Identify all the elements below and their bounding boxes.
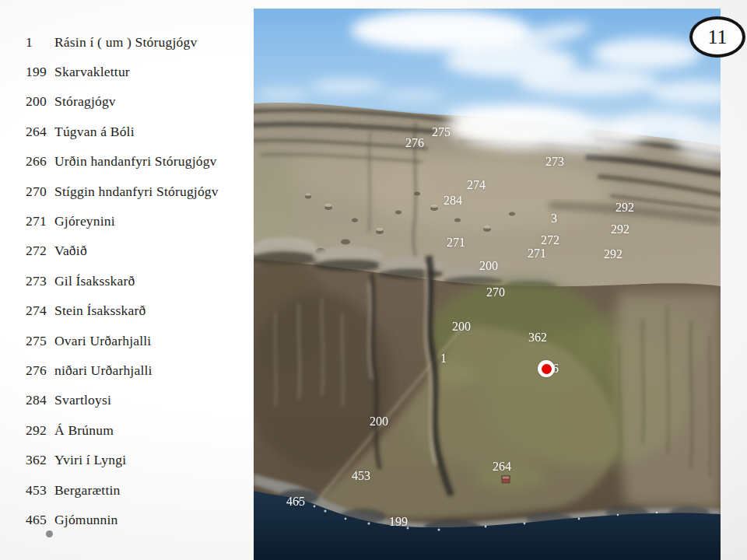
legend-item: 1Rásin í ( um ) Stórugjógv <box>26 27 219 57</box>
legend-item-number: 271 <box>26 213 54 229</box>
legend-item-number: 362 <box>26 452 54 468</box>
photo-label: 362 <box>528 331 547 344</box>
photo-label: 276 <box>405 137 424 149</box>
legend-item-name: niðari Urðarhjalli <box>54 362 153 379</box>
photo-label: 200 <box>370 415 388 428</box>
photo-label: 271 <box>528 247 546 260</box>
slide-number: 11 <box>707 26 727 49</box>
legend-item-number: 266 <box>26 153 54 170</box>
slide: 1Rásin í ( um ) Stórugjógv 199Skarvaklet… <box>0 0 747 560</box>
legend-item: 272Vaðið <box>26 236 219 266</box>
legend-item-name: Bergarættin <box>54 482 121 499</box>
landscape-photo: 275 276 273 274 284 292 3 292 272 271 27… <box>254 9 721 560</box>
photo-label: 292 <box>604 248 622 261</box>
legend-item-number: 200 <box>26 93 54 110</box>
legend-item-name: Túgvan á Bóli <box>54 124 135 140</box>
slide-number-badge: 11 <box>689 16 745 58</box>
photo-label: 273 <box>545 156 564 168</box>
legend-item-name: Stein Ísaksskarð <box>54 303 146 319</box>
photo-label: 264 <box>493 460 511 473</box>
legend-item: 292Á Brúnum <box>26 415 219 445</box>
legend-item: 199Skarvaklettur <box>26 57 219 86</box>
legend-item-number: 274 <box>26 303 54 319</box>
legend-item-name: Gjóreynini <box>54 213 115 229</box>
hut <box>502 476 510 483</box>
legend-item-name: Stíggin hndanfyri Stórugjógv <box>54 184 219 200</box>
legend-item: 284Svartloysi <box>26 386 219 415</box>
legend-item-name: Á Brúnum <box>54 422 114 439</box>
photo-label: 3 <box>551 212 557 225</box>
legend-item-name: Gjómunnin <box>54 512 118 528</box>
bullet-dot <box>46 530 53 537</box>
legend-item-number: 1 <box>26 34 54 51</box>
legend-item-number: 264 <box>26 124 54 140</box>
legend-item: 266Urðin handanfyri Stórugjógv <box>26 147 219 177</box>
photo-label: 284 <box>444 194 462 207</box>
legend-item: 274Stein Ísaksskarð <box>26 296 219 326</box>
legend-item-number: 275 <box>26 333 54 349</box>
legend-item-number: 284 <box>26 392 54 408</box>
legend-item-name: Vaðið <box>54 243 87 259</box>
photo-label: 200 <box>452 320 471 333</box>
legend-list: 1Rásin í ( um ) Stórugjógv 199Skarvaklet… <box>26 27 219 535</box>
legend-item: 275Ovari Urðarhjalli <box>26 326 219 355</box>
legend-item-name: Urðin handanfyri Stórugjógv <box>54 153 217 170</box>
photo-label: 453 <box>352 470 370 482</box>
legend-item-number: 292 <box>26 422 54 439</box>
legend-item-name: Skarvaklettur <box>54 64 130 80</box>
legend-item: 273Gil Ísaksskarð <box>26 266 219 296</box>
photo-label: 272 <box>541 234 559 247</box>
legend-item-name: Svartloysi <box>54 392 111 408</box>
legend-item: 270Stíggin hndanfyri Stórugjógv <box>26 177 219 206</box>
legend-item: 362Yviri í Lyngi <box>26 445 219 474</box>
legend-item-name: Yviri í Lyngi <box>54 452 126 468</box>
legend-item-number: 270 <box>26 184 54 200</box>
legend-item-number: 272 <box>26 243 54 259</box>
photo-label: 200 <box>479 260 498 272</box>
location-marker <box>538 360 555 377</box>
legend-item-name: Rásin í ( um ) Stórugjógv <box>54 34 197 51</box>
photo-label: 275 <box>432 126 451 138</box>
legend-item-name: Ovari Urðarhjalli <box>54 333 151 349</box>
legend-item-name: Stóragjógv <box>54 93 116 110</box>
legend-item: 453Bergarættin <box>26 475 219 505</box>
photo-label: 199 <box>389 516 408 528</box>
legend-item: 465Gjómunnin <box>26 505 219 534</box>
photo-label: 270 <box>486 286 505 299</box>
legend-item-number: 453 <box>26 482 54 499</box>
photo-label: 1 <box>440 352 447 365</box>
photo-label: 465 <box>286 495 305 508</box>
legend-item-number: 199 <box>26 64 54 80</box>
photo-label: 271 <box>447 236 465 249</box>
legend-item-number: 276 <box>26 362 54 379</box>
legend-item: 200Stóragjógv <box>26 87 219 117</box>
legend-item-name: Gil Ísaksskarð <box>54 273 135 289</box>
location-marker-dot <box>542 364 552 374</box>
legend-item: 271Gjóreynini <box>26 206 219 236</box>
photo-label: 274 <box>467 179 486 191</box>
legend-item: 276niðari Urðarhjalli <box>26 355 219 385</box>
landscape-illustration <box>254 9 721 560</box>
legend-item: 264Túgvan á Bóli <box>26 117 219 146</box>
photo-label: 292 <box>615 201 634 214</box>
legend-item-number: 465 <box>26 512 54 528</box>
legend-item-number: 273 <box>26 273 54 289</box>
photo-label: 292 <box>611 223 630 236</box>
